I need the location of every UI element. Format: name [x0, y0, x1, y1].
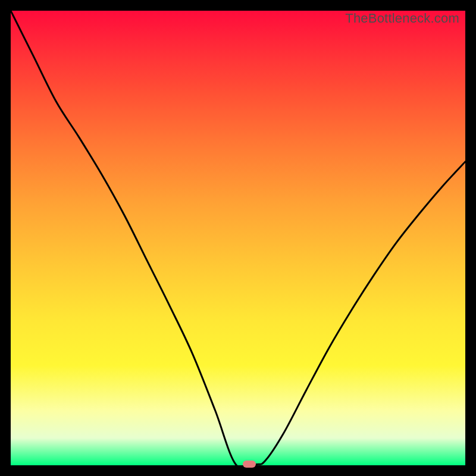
bottleneck-curve — [11, 11, 465, 465]
chart-plot-area: TheBottleneck.com — [11, 11, 465, 465]
chart-stage: TheBottleneck.com — [0, 0, 476, 476]
optimum-marker — [243, 461, 256, 468]
watermark-text: TheBottleneck.com — [345, 11, 459, 26]
